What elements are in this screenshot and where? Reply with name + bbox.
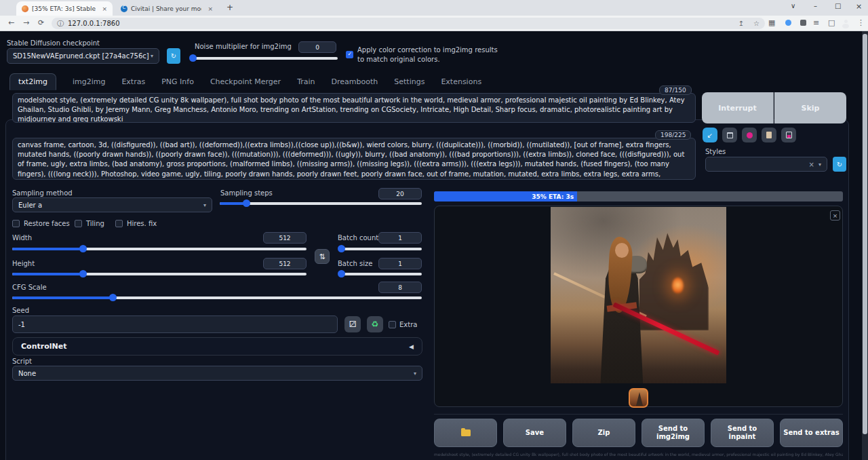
apps-grid-icon[interactable]: ▦ <box>768 18 775 27</box>
hires-fix-checkbox[interactable] <box>115 220 123 227</box>
generated-image[interactable] <box>551 207 726 383</box>
progress-bar: 35% ETA: 3s <box>434 191 843 202</box>
gallery-thumbnail[interactable] <box>629 388 648 408</box>
refresh-styles-button[interactable]: ↻ <box>833 157 846 172</box>
slider-knob[interactable] <box>338 270 345 277</box>
noise-multiplier-label: Noise multiplier for img2img <box>195 43 292 50</box>
browser-tab-stable-diffusion[interactable]: [35% ETA: 3s] Stable Diffusion × <box>16 1 113 16</box>
tab-extensions[interactable]: Extensions <box>441 77 481 86</box>
forward-icon[interactable]: → <box>23 18 29 27</box>
refresh-checkpoint-button[interactable]: ↻ <box>167 48 180 64</box>
window-minimize-button[interactable]: – <box>814 2 817 9</box>
clear-styles-icon[interactable]: × <box>809 161 814 168</box>
skip-button[interactable]: Skip <box>774 92 846 123</box>
back-icon[interactable]: ← <box>8 18 14 27</box>
batch-size-value[interactable]: 1 <box>378 258 422 269</box>
slider-knob[interactable] <box>189 54 197 62</box>
sampling-method-dropdown[interactable]: Euler a ▾ <box>12 197 212 212</box>
chevron-down-icon: ▾ <box>151 53 153 59</box>
height-label: Height <box>12 260 35 267</box>
chevron-down-icon: ▾ <box>414 370 416 377</box>
slider-knob[interactable] <box>338 245 345 252</box>
cfg-scale-slider[interactable] <box>12 296 422 299</box>
collapse-arrow-icon: ◀ <box>409 343 414 350</box>
color-correction-checkbox[interactable] <box>346 51 353 58</box>
apply-styles-button[interactable] <box>762 128 776 142</box>
tiling-checkbox[interactable] <box>75 220 82 227</box>
new-tab-button[interactable]: + <box>226 3 233 12</box>
extensions-puzzle-icon[interactable] <box>800 20 806 26</box>
prompt-textarea[interactable]: modelshoot style, (extremely detailed CG… <box>12 93 696 123</box>
site-info-icon[interactable]: ⓘ <box>57 19 64 28</box>
scrollbar-thumb[interactable] <box>863 34 867 434</box>
send-to-img2img-button[interactable]: Send to img2img <box>642 419 705 447</box>
random-seed-button[interactable]: ⚂ <box>344 316 361 332</box>
slider-knob[interactable] <box>109 294 117 301</box>
page-scrollbar[interactable] <box>862 31 868 460</box>
slider-knob[interactable] <box>243 199 250 207</box>
chevron-down-icon: ▾ <box>203 202 206 208</box>
noise-multiplier-value[interactable]: 0 <box>298 41 336 53</box>
controlnet-accordion[interactable]: ControlNet ◀ <box>12 337 422 356</box>
bookmark-star-icon[interactable]: ☆ <box>753 20 760 27</box>
save-style-icon <box>786 132 792 138</box>
reuse-seed-button[interactable]: ♻ <box>367 316 383 332</box>
paste-generation-params-button[interactable]: ↙ <box>703 128 717 142</box>
save-style-button[interactable] <box>781 128 796 142</box>
styles-label: Styles <box>705 148 726 155</box>
tab-dreambooth[interactable]: Dreambooth <box>332 77 378 86</box>
restore-faces-checkbox[interactable] <box>12 220 20 227</box>
width-slider[interactable] <box>12 248 307 250</box>
batch-size-slider[interactable] <box>339 273 422 275</box>
tab-settings[interactable]: Settings <box>394 77 425 86</box>
width-value[interactable]: 512 <box>263 232 307 244</box>
generation-info-text: modelshoot style, (extremely detailed CG… <box>434 452 843 459</box>
batch-count-slider[interactable] <box>339 248 422 250</box>
script-value: None <box>18 370 36 377</box>
sampling-steps-value[interactable]: 20 <box>378 188 422 199</box>
side-panel-icon[interactable]: □ <box>828 18 835 27</box>
save-button[interactable]: Save <box>503 419 566 447</box>
tab-txt2img[interactable]: txt2img <box>9 73 56 90</box>
seed-input[interactable]: -1 <box>12 315 338 333</box>
tab-checkpoint-merger[interactable]: Checkpoint Merger <box>210 77 281 86</box>
tab-extras[interactable]: Extras <box>121 77 145 86</box>
checkpoint-dropdown[interactable]: SD15NewVAEpruned.ckpt [27a4ac756c] ▾ <box>7 48 159 64</box>
reading-list-icon[interactable]: ≡ <box>813 18 819 27</box>
tab-close-icon[interactable]: × <box>102 5 107 12</box>
zip-button[interactable]: Zip <box>572 419 635 447</box>
negative-prompt-token-counter: 198/225 <box>655 130 691 140</box>
batch-count-value[interactable]: 1 <box>378 232 422 244</box>
browser-menu-chevron-icon[interactable]: ∨ <box>791 2 795 9</box>
window-close-button[interactable]: × <box>856 2 862 11</box>
styles-dropdown[interactable]: × ▾ <box>705 157 827 172</box>
extra-networks-button[interactable] <box>742 128 757 142</box>
url-text[interactable]: 127.0.0.1:7860 <box>68 20 120 27</box>
height-value[interactable]: 512 <box>263 258 307 269</box>
tab-train[interactable]: Train <box>297 77 315 86</box>
tab-img2img[interactable]: img2img <box>73 77 106 86</box>
swap-width-height-button[interactable]: ⇅ <box>315 249 330 264</box>
height-slider[interactable] <box>12 273 307 275</box>
browser-tab-civitai[interactable]: Civitai | Share your models × <box>115 1 218 16</box>
script-dropdown[interactable]: None ▾ <box>12 366 422 381</box>
clear-prompt-button[interactable] <box>722 128 737 142</box>
kebab-menu-icon[interactable]: ⋮ <box>857 18 865 27</box>
open-folder-button[interactable] <box>434 419 497 447</box>
tab-close-icon[interactable]: × <box>208 5 213 12</box>
share-icon[interactable]: ↥ <box>738 20 744 27</box>
seed-extra-checkbox[interactable] <box>389 321 396 328</box>
reload-icon[interactable]: ⟳ <box>38 18 44 27</box>
address-bar[interactable]: ⓘ 127.0.0.1:7860 ↥ ☆ <box>52 18 765 29</box>
noise-multiplier-slider[interactable] <box>191 57 338 60</box>
send-to-extras-button[interactable]: Send to extras <box>780 419 843 447</box>
extension-circle-icon[interactable] <box>785 20 791 26</box>
send-to-inpaint-button[interactable]: Send to inpaint <box>711 419 774 447</box>
tab-png-info[interactable]: PNG Info <box>161 77 194 86</box>
cfg-scale-value[interactable]: 8 <box>378 282 422 293</box>
close-preview-button[interactable]: × <box>830 210 840 221</box>
sampling-steps-slider[interactable] <box>220 202 422 205</box>
interrupt-button[interactable]: Interrupt <box>702 92 774 123</box>
window-maximize-button[interactable]: □ <box>835 2 841 9</box>
negative-prompt-textarea[interactable]: canvas frame, cartoon, 3d, ((disfigured)… <box>12 138 696 180</box>
